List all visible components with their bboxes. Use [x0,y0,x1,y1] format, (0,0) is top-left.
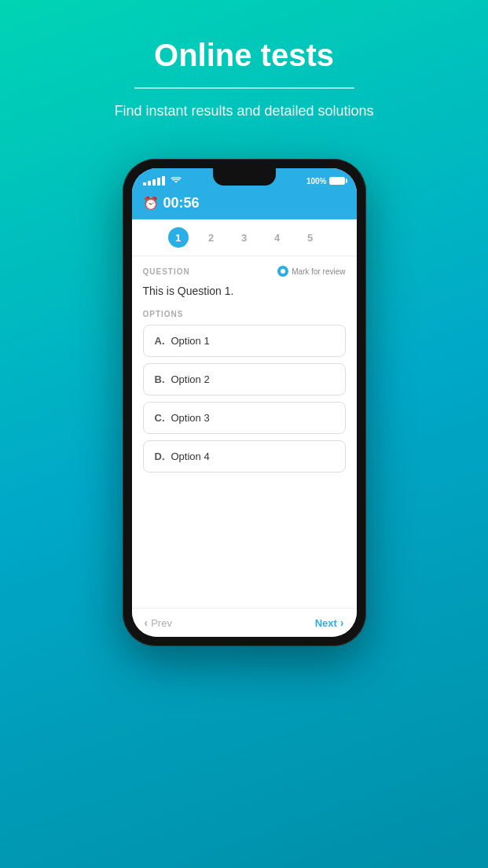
option-d[interactable]: D. Option 4 [143,440,346,473]
mark-review-button[interactable]: Mark for review [277,266,345,277]
question-header: QUESTION Mark for review [143,266,346,277]
status-right: 100% [306,177,346,186]
phone-screen: 9:41 AM 100% ⏰ 00:56 1 2 3 [132,168,357,637]
header-divider [134,87,354,89]
option-b-text: Option 2 [171,373,210,385]
nav-num-2[interactable]: 2 [201,227,222,248]
option-a-letter: A. [155,335,165,347]
battery-fill [330,178,344,184]
prev-label: Prev [151,617,172,629]
content-area: QUESTION Mark for review This is Questio… [132,256,357,608]
nav-num-4[interactable]: 4 [267,227,288,248]
phone-outer: 9:41 AM 100% ⏰ 00:56 1 2 3 [123,159,366,646]
phone-notch [213,168,276,186]
next-label: Next [315,617,337,629]
header-subtitle: Find instant results and detailed soluti… [31,103,457,120]
option-a-text: Option 1 [171,335,210,347]
option-b[interactable]: B. Option 2 [143,363,346,395]
mark-review-label: Mark for review [292,267,345,276]
timer-bar: ⏰ 00:56 [132,189,357,219]
question-nav: 1 2 3 4 5 [132,219,357,256]
option-d-letter: D. [155,451,165,462]
timer-display: ⏰ 00:56 [143,195,346,211]
next-chevron-icon: › [340,616,344,629]
alarm-icon: ⏰ [143,196,159,211]
question-text: This is Question 1. [143,283,346,302]
prev-button[interactable]: ‹ Prev [145,616,172,629]
battery-percent: 100% [306,177,327,186]
option-c[interactable]: C. Option 3 [143,402,346,434]
option-c-text: Option 3 [171,412,210,424]
signal-icon [143,176,165,186]
question-label: QUESTION [143,267,190,276]
battery-icon [329,177,345,185]
mark-review-icon [277,266,288,277]
option-d-text: Option 4 [171,451,210,462]
next-button[interactable]: Next › [315,616,344,629]
header-section: Online tests Find instant results and de… [0,0,488,143]
prev-chevron-icon: ‹ [145,616,149,629]
option-a[interactable]: A. Option 1 [143,325,346,357]
nav-num-3[interactable]: 3 [234,227,255,248]
nav-num-5[interactable]: 5 [300,227,321,248]
option-c-letter: C. [155,412,165,424]
option-b-letter: B. [155,373,165,385]
nav-num-1[interactable]: 1 [168,227,189,248]
bottom-nav: ‹ Prev Next › [132,608,357,637]
status-left [143,176,182,186]
options-label: OPTIONS [143,310,346,318]
wifi-icon [171,177,182,185]
main-title: Online tests [31,38,457,73]
timer-value: 00:56 [163,195,200,211]
phone-mockup: 9:41 AM 100% ⏰ 00:56 1 2 3 [123,159,366,646]
